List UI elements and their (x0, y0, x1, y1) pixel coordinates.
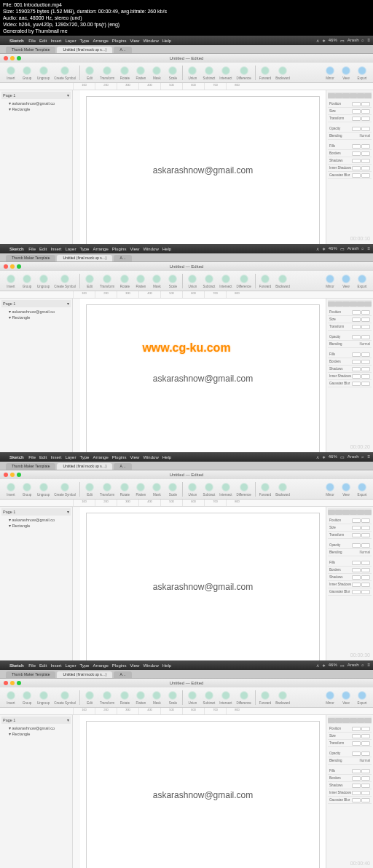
tab-1[interactable]: Thumb Maker Template (6, 47, 55, 53)
tool-flatten[interactable]: Flatten (135, 482, 146, 497)
menu-window[interactable]: Window (143, 39, 158, 43)
align-top-icon[interactable] (350, 301, 357, 307)
tool-union[interactable]: Union (186, 482, 198, 497)
battery-icon[interactable]: ▭ (340, 38, 345, 43)
chevron-down-icon[interactable]: ▾ (67, 93, 69, 98)
menu-extras-icon[interactable]: ≡ (367, 454, 370, 459)
menu-layer[interactable]: Layer (65, 39, 76, 43)
tool-transform[interactable]: Transform (100, 66, 114, 80)
menu-extras-icon[interactable]: ≡ (367, 663, 370, 668)
tab-3[interactable]: A… (114, 463, 131, 470)
tool-forward[interactable]: Forward (259, 690, 272, 705)
canvas[interactable]: askarashnow@gmail.com (73, 507, 326, 667)
pages-header[interactable]: Page 1▾ (1, 300, 71, 307)
wifi-icon[interactable]: ⋏ (316, 454, 319, 459)
user-name[interactable]: Arash (348, 38, 359, 43)
align-left-icon[interactable] (328, 93, 335, 98)
tool-flatten[interactable]: Flatten (135, 690, 146, 705)
inspector-position[interactable]: Position (328, 725, 372, 733)
tool-backward[interactable]: Backward (275, 482, 290, 497)
tool-backward[interactable]: Backward (275, 66, 290, 80)
tool-scale[interactable]: Scale (167, 66, 178, 80)
chevron-down-icon[interactable]: ▾ (67, 301, 69, 306)
menu-type[interactable]: Type (79, 455, 89, 459)
battery-percent[interactable]: 46% (329, 246, 337, 251)
align-left-icon[interactable] (328, 301, 335, 307)
menu-file[interactable]: File (28, 247, 36, 251)
user-name[interactable]: Arash (348, 246, 359, 251)
canvas[interactable]: askarashnow@gmail.com (73, 90, 326, 250)
spotlight-icon[interactable]: ⌕ (361, 454, 364, 459)
tool-mirror[interactable]: Mirror (324, 690, 336, 705)
spotlight-icon[interactable]: ⌕ (361, 38, 364, 43)
inspector-opacity[interactable]: Opacity (328, 750, 372, 757)
inspector-size[interactable]: Size (328, 316, 372, 323)
tool-mirror[interactable]: Mirror (324, 482, 336, 497)
layer-item[interactable]: ▾ askarashnow@gmail.co (1, 309, 71, 315)
align-center-icon[interactable] (335, 301, 342, 307)
canvas[interactable]: askarashnow@gmail.com (73, 715, 326, 868)
tool-edit[interactable]: Edit (84, 274, 95, 288)
inspector-borders[interactable]: Borders (328, 150, 372, 157)
menu-view[interactable]: View (130, 455, 139, 459)
inspector-transform[interactable]: Transform (328, 740, 372, 747)
tab-3[interactable]: A… (114, 671, 131, 678)
tool-rotate[interactable]: Rotate (119, 66, 130, 80)
align-middle-icon[interactable] (357, 301, 364, 307)
tool-ungroup[interactable]: Ungroup (37, 482, 50, 497)
inspector-gaussian-blur[interactable]: Gaussian Blur (328, 172, 372, 179)
zoom-button[interactable] (17, 264, 21, 269)
menu-edit[interactable]: Edit (39, 39, 47, 43)
artboard-rectangle[interactable]: askarashnow@gmail.com (86, 721, 320, 868)
inspector-borders[interactable]: Borders (328, 775, 372, 782)
zoom-button[interactable] (17, 56, 21, 60)
tool-group[interactable]: Group (21, 482, 33, 497)
menu-type[interactable]: Type (79, 39, 89, 43)
align-center-icon[interactable] (335, 510, 342, 515)
tool-insert[interactable]: Insert (5, 482, 17, 497)
menu-file[interactable]: File (28, 663, 36, 668)
bluetooth-icon[interactable]: ∗ (322, 246, 326, 251)
align-top-icon[interactable] (350, 93, 357, 98)
canvas[interactable]: askarashnow@gmail.com (73, 299, 326, 459)
inspector-blending[interactable]: BlendingNormal (328, 341, 372, 348)
tool-mirror[interactable]: Mirror (324, 274, 336, 288)
bluetooth-icon[interactable]: ∗ (322, 663, 326, 668)
inspector-transform[interactable]: Transform (328, 323, 372, 331)
tool-rotate[interactable]: Rotate (119, 690, 130, 705)
menu-plugins[interactable]: Plugins (112, 455, 127, 459)
minimize-button[interactable] (10, 56, 15, 60)
inspector-tabs[interactable] (328, 717, 372, 724)
inspector-gaussian-blur[interactable]: Gaussian Blur (328, 380, 372, 387)
tool-transform[interactable]: Transform (100, 690, 114, 705)
inspector-shadows[interactable]: Shadows (328, 782, 372, 789)
menu-plugins[interactable]: Plugins (112, 663, 127, 668)
align-bottom-icon[interactable] (364, 301, 372, 307)
app-name[interactable]: Sketch (9, 663, 24, 668)
menu-type[interactable]: Type (79, 247, 89, 251)
inspector-opacity[interactable]: Opacity (328, 125, 372, 133)
tab-1[interactable]: Thumb Maker Template (6, 671, 55, 678)
tab-2[interactable]: Untitled (final mock up s…) (57, 255, 112, 261)
menu-insert[interactable]: Insert (50, 39, 61, 43)
inspector-gaussian-blur[interactable]: Gaussian Blur (328, 588, 372, 596)
close-button[interactable] (4, 264, 8, 269)
tool-create-symbol[interactable]: Create Symbol (54, 690, 76, 705)
email-text[interactable]: askarashnow@gmail.com (153, 790, 254, 800)
bluetooth-icon[interactable]: ∗ (322, 38, 326, 43)
inspector-transform[interactable]: Transform (328, 532, 372, 539)
inspector-opacity[interactable]: Opacity (328, 542, 372, 549)
battery-icon[interactable]: ▭ (340, 454, 345, 459)
tool-intersect[interactable]: Intersect (219, 274, 232, 288)
inspector-fills[interactable]: Fills (328, 351, 372, 358)
tab-2[interactable]: Untitled (final mock up s…) (57, 463, 112, 470)
layer-item[interactable]: ▾ Rectangle (1, 106, 71, 112)
tool-export[interactable]: Export (356, 274, 368, 288)
tool-mask[interactable]: Mask (151, 690, 162, 705)
menu-view[interactable]: View (130, 39, 139, 43)
menu-layer[interactable]: Layer (65, 663, 76, 668)
align-top-icon[interactable] (350, 718, 357, 723)
menu-type[interactable]: Type (79, 663, 89, 668)
tool-create-symbol[interactable]: Create Symbol (54, 274, 76, 288)
bluetooth-icon[interactable]: ∗ (322, 454, 326, 459)
